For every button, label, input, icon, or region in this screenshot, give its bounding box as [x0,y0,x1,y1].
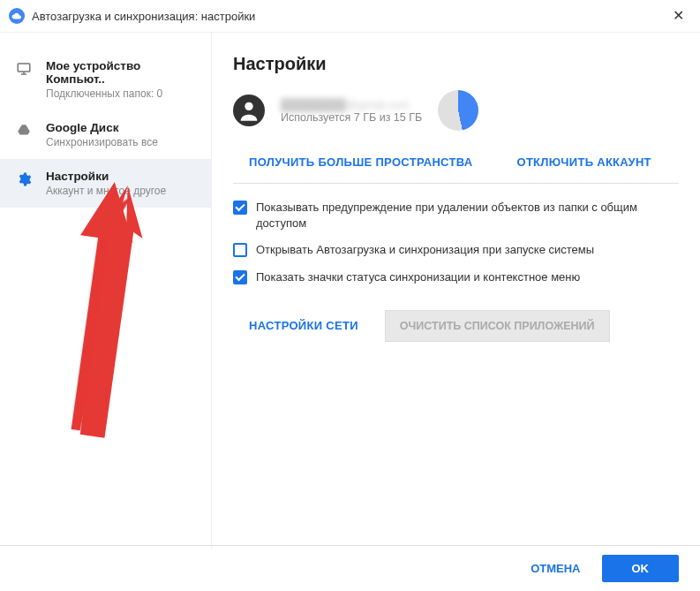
sidebar-item-label: Мое устройство Компьют.. [46,59,197,86]
clear-apps-list-button: ОЧИСТИТЬ СПИСОК ПРИЛОЖЕНИЙ [385,310,610,342]
sidebar-item-label: Настройки [46,170,197,183]
warn-delete-checkbox[interactable] [233,201,247,215]
account-row: ████████@gmail.com Используется 7 ГБ из … [233,90,679,131]
open-on-startup-label: Открывать Автозагрузка и синхронизация п… [256,242,594,258]
main-panel: Настройки ████████@gmail.com Используетс… [212,33,700,549]
svg-rect-0 [18,64,30,72]
sidebar-item-sub: Синхронизировать все [46,136,197,148]
drive-icon [14,123,34,139]
gear-icon [14,171,34,187]
get-more-space-button[interactable]: ПОЛУЧИТЬ БОЛЬШЕ ПРОСТРАНСТВА [249,155,472,169]
close-icon[interactable]: ✕ [666,5,691,27]
show-status-icons-label: Показать значки статуса синхронизации и … [256,269,580,285]
avatar-icon [233,95,265,126]
disconnect-account-button[interactable]: ОТКЛЮЧИТЬ АККАУНТ [516,155,651,169]
page-title: Настройки [233,54,679,74]
show-status-icons-checkbox[interactable] [233,270,247,284]
svg-point-1 [245,102,252,110]
sidebar-item-sub: Аккаунт и многое другое [46,185,197,197]
sidebar-item-my-device[interactable]: Мое устройство Компьют.. Подключенных па… [0,49,211,110]
sidebar-item-sub: Подключенных папок: 0 [46,87,197,100]
open-on-startup-checkbox[interactable] [233,243,247,257]
network-settings-button[interactable]: НАСТРОЙКИ СЕТИ [249,319,358,332]
warn-delete-label: Показывать предупреждение при удалении о… [256,200,679,231]
sidebar-item-google-drive[interactable]: Google Диск Синхронизировать все [0,110,211,159]
cancel-button[interactable]: ОТМЕНА [531,562,580,575]
window-title: Автозагрузка и синхронизация: настройки [32,10,255,23]
sidebar: Мое устройство Компьют.. Подключенных па… [0,33,212,549]
sidebar-item-settings[interactable]: Настройки Аккаунт и многое другое [0,159,211,208]
account-email: ████████@gmail.com [281,98,422,111]
monitor-icon [14,61,34,77]
sidebar-item-label: Google Диск [46,121,197,134]
app-cloud-icon [9,8,25,24]
titlebar: Автозагрузка и синхронизация: настройки … [0,0,700,33]
ok-button[interactable]: OK [602,555,680,582]
footer: ОТМЕНА OK [0,545,700,591]
storage-pie-icon [438,90,478,131]
storage-usage: Используется 7 ГБ из 15 ГБ [281,111,422,124]
